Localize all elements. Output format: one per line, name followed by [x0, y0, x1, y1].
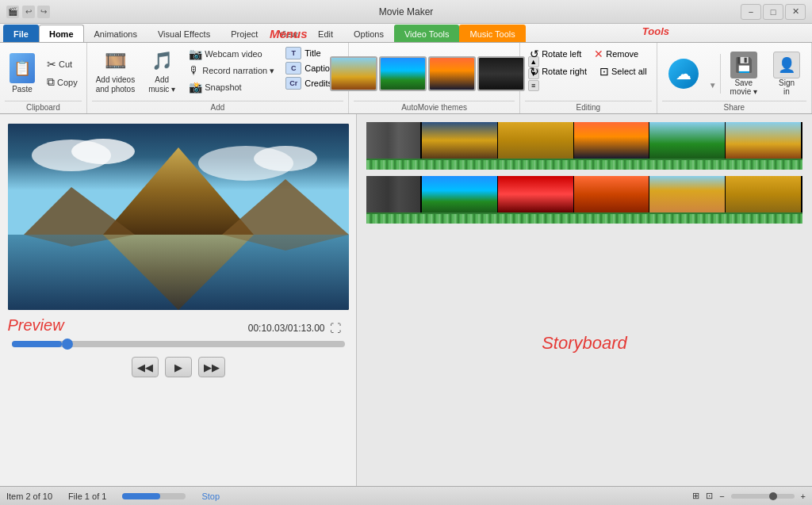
snapshot-icon: 📸: [189, 81, 202, 94]
themes-content: ▲ ▼ ≡: [330, 46, 539, 101]
cut-button[interactable]: ✂ Cut: [43, 56, 82, 72]
zoom-plus[interactable]: +: [801, 492, 806, 501]
select-all-icon: ⊡: [599, 65, 609, 78]
snapshot-button[interactable]: 📸 Snapshot: [185, 79, 278, 95]
rotate-right-button[interactable]: ↻ Rotate right: [525, 63, 592, 79]
tab-music-tools[interactable]: Music Tools: [459, 25, 525, 42]
seek-bar[interactable]: [12, 341, 345, 347]
add-content: 🎞️ Add videosand photos 🎵 Addmusic ▾ 📷 W…: [92, 46, 343, 101]
theme-1[interactable]: [330, 56, 377, 91]
add-music-label: Addmusic ▾: [148, 75, 175, 94]
tab-options[interactable]: Options: [343, 25, 394, 42]
select-all-button[interactable]: ⊡ Select all: [595, 63, 652, 79]
rotate-left-label: Rotate left: [542, 49, 581, 59]
ribbon: 📋 Paste ✂ Cut ⧉ Copy Clipboard 🎞️ Add vi…: [0, 43, 812, 114]
zoom-slider[interactable]: [731, 494, 795, 499]
save-movie-button[interactable]: 💾 Savemovie ▾: [724, 48, 764, 99]
rotate-left-button[interactable]: ↺ Rotate left: [525, 46, 586, 62]
film-segment-1-1: [366, 122, 422, 159]
time-display: 00:10.03/01:13.00: [248, 323, 325, 334]
fullscreen-button[interactable]: ⛶: [330, 322, 341, 335]
rotate-right-label: Rotate right: [542, 67, 587, 76]
zoom-thumb: [769, 492, 777, 500]
share-content: ☁ ▼ 💾 Savemovie ▾ 👤 Signin: [662, 46, 806, 101]
tab-visual-effects[interactable]: Visual Effects: [147, 25, 220, 42]
preview-info-row: Preview 00:10.03/01:13.00 ⛶: [8, 310, 349, 335]
title-label: Title: [304, 48, 320, 58]
theme-2[interactable]: [379, 56, 427, 91]
ribbon-group-themes: ▲ ▼ ≡ AutoMovie themes: [349, 43, 520, 113]
menus-annotation: Menus: [270, 27, 308, 40]
seek-thumb[interactable]: [62, 339, 73, 350]
ribbon-group-share: ☁ ▼ 💾 Savemovie ▾ 👤 Signin Share: [657, 43, 812, 113]
snapshot-label: Snapshot: [205, 82, 241, 92]
text-tools: 📷 Webcam video 🎙 Record narration ▾ 📸 Sn…: [185, 46, 278, 95]
record-narration-button[interactable]: 🎙 Record narration ▾: [185, 63, 278, 78]
webcam-icon: 📷: [189, 48, 202, 60]
track-2: [366, 176, 802, 224]
status-icon-2[interactable]: ⊡: [706, 491, 713, 501]
tab-home[interactable]: Home: [39, 25, 84, 42]
share-expand[interactable]: ▼: [709, 81, 717, 90]
svg-point-4: [254, 146, 317, 171]
ribbon-group-editing: ↺ Rotate left ✕ Remove ↻ Rotate right ⊡ …: [520, 43, 657, 113]
themes-group-label: AutoMovie themes: [354, 101, 515, 112]
save-movie-label: Savemovie ▾: [730, 78, 757, 96]
clipboard-group-label: Clipboard: [5, 101, 82, 112]
tab-project[interactable]: Project: [220, 25, 268, 42]
redo-icon[interactable]: ↪: [37, 6, 50, 18]
zoom-minus[interactable]: −: [719, 492, 724, 501]
forward-button[interactable]: ▶▶: [198, 357, 225, 377]
cloud-button[interactable]: ☁: [662, 55, 706, 92]
tab-edit[interactable]: Edit: [308, 25, 343, 42]
audio-bar-2: [366, 212, 802, 224]
preview-panel: Preview 00:10.03/01:13.00 ⛶ ◀◀ ▶ ▶▶: [0, 114, 357, 486]
share-group-label: Share: [662, 101, 806, 112]
tab-file[interactable]: File: [3, 25, 39, 42]
player-controls: ◀◀ ▶ ▶▶: [132, 357, 225, 377]
play-button[interactable]: ▶: [165, 357, 192, 377]
item-count: Item 2 of 10: [6, 492, 52, 501]
app-title: Movie Maker: [379, 6, 434, 17]
tools-annotation: Tools: [642, 25, 669, 37]
track-2-wrapper: [366, 176, 802, 224]
preview-video: [8, 124, 349, 310]
sign-in-button[interactable]: 👤 Signin: [767, 48, 806, 99]
maximize-button[interactable]: □: [763, 4, 783, 20]
save-movie-icon: 💾: [730, 52, 757, 78]
preview-svg: [8, 124, 349, 310]
status-right: ⊞ ⊡ − +: [692, 491, 806, 501]
seek-filled: [12, 341, 62, 347]
add-group-label: Add: [92, 101, 343, 112]
add-videos-button[interactable]: 🎞️ Add videosand photos: [92, 46, 140, 97]
theme-4[interactable]: [477, 56, 525, 91]
rewind-button[interactable]: ◀◀: [132, 357, 159, 377]
remove-button[interactable]: ✕ Remove: [589, 46, 643, 62]
minimize-button[interactable]: −: [741, 4, 761, 20]
stop-button[interactable]: Stop: [201, 492, 220, 501]
theme-3[interactable]: [428, 56, 476, 91]
paste-icon: 📋: [10, 53, 35, 83]
rotate-right-icon: ↻: [530, 65, 539, 78]
tab-video-tools[interactable]: Video Tools: [394, 25, 459, 42]
title-text-icon: T: [285, 47, 301, 59]
svg-point-2: [71, 139, 135, 164]
sign-in-icon: 👤: [773, 52, 800, 78]
webcam-button[interactable]: 📷 Webcam video: [185, 46, 278, 62]
preview-label: Preview: [8, 316, 64, 335]
remove-icon: ✕: [594, 48, 603, 60]
tab-animations[interactable]: Animations: [84, 25, 147, 42]
remove-label: Remove: [606, 49, 638, 59]
status-icon-1[interactable]: ⊞: [692, 491, 699, 501]
paste-button[interactable]: 📋 Paste: [5, 52, 40, 95]
close-button[interactable]: ✕: [785, 4, 806, 20]
cut-icon: ✂: [47, 58, 56, 71]
undo-icon[interactable]: ↩: [22, 6, 35, 18]
storyboard-label: Storyboard: [366, 333, 802, 354]
add-music-button[interactable]: 🎵 Addmusic ▾: [142, 46, 182, 97]
rotate-left-icon: ↺: [530, 48, 539, 60]
copy-button[interactable]: ⧉ Copy: [43, 74, 82, 90]
paste-label: Paste: [12, 85, 33, 94]
app-icon: 🎬: [6, 6, 19, 18]
sign-in-label: Signin: [779, 78, 795, 96]
